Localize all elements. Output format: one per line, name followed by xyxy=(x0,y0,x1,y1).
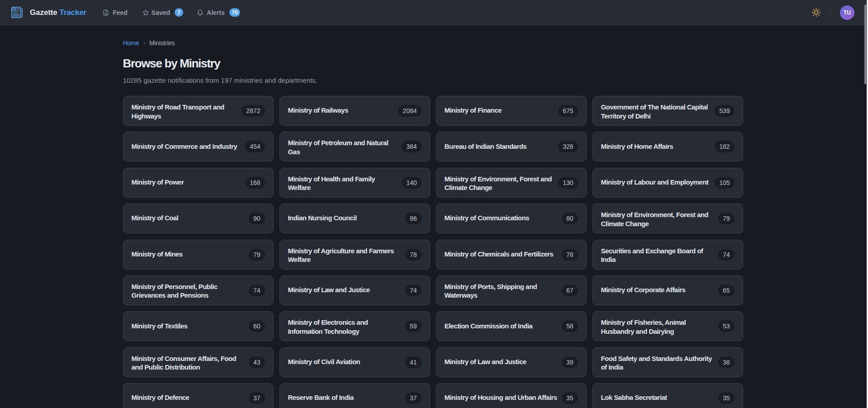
svg-text:GT: GT xyxy=(13,8,16,10)
